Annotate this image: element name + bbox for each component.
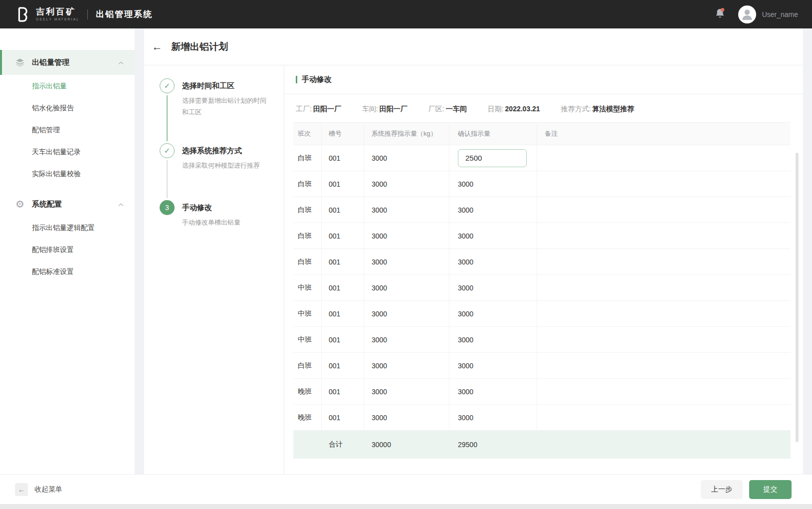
table-row: 白班00130003000 xyxy=(293,249,791,275)
step-2-title: 选择系统推荐方式 xyxy=(182,146,268,156)
detail-panel: 手动修改 工厂:田阳一厂 车间:田阳一厂 厂区:一车间 日期:2022.03.2… xyxy=(284,65,803,474)
total-confirm: 29500 xyxy=(449,431,537,459)
sidebar-item-crane-records[interactable]: 天车出铝量记录 xyxy=(0,141,135,163)
brand-name: 吉利百矿 xyxy=(36,7,79,16)
collapse-menu-button[interactable]: ← xyxy=(15,483,28,496)
step-2-check-icon: ✓ xyxy=(160,143,175,158)
area-value: 一车间 xyxy=(446,105,467,113)
recommend-cell: 3000 xyxy=(364,353,449,379)
main-panel: ← 新增出铝计划 ✓ 选择时间和工区 选择需要新增出铝计划的时间和工区 xyxy=(144,28,803,474)
user-name[interactable]: User_name xyxy=(762,10,798,18)
plan-info-row: 工厂:田阳一厂 车间:田阳一厂 厂区:一车间 日期:2022.03.21 推荐方… xyxy=(284,94,803,121)
confirm-cell: 3000 xyxy=(449,327,537,353)
slot-cell: 001 xyxy=(322,171,364,197)
user-avatar[interactable] xyxy=(738,5,756,23)
date-label: 日期: xyxy=(488,105,504,113)
table-row: 晚班00130003000 xyxy=(293,405,791,431)
col-header-shift: 班次 xyxy=(293,123,322,145)
slot-cell: 001 xyxy=(322,223,364,249)
shift-cell: 白班 xyxy=(293,249,322,275)
sidebar-item-indicated-output[interactable]: 指示出铝量 xyxy=(0,75,135,97)
sidebar-item-standard-settings[interactable]: 配铝标准设置 xyxy=(0,260,135,282)
shift-cell: 中班 xyxy=(293,327,322,353)
recommend-mode-value: 算法模型推荐 xyxy=(593,105,634,113)
table-body: 白班0013000白班00130003000白班00130003000白班001… xyxy=(293,145,791,431)
sidebar-group-label: 出铝量管理 xyxy=(32,58,118,67)
chevron-up-icon xyxy=(118,200,124,209)
slot-cell: 001 xyxy=(322,301,364,327)
slot-cell: 001 xyxy=(322,145,364,171)
date-value: 2022.03.21 xyxy=(505,105,540,113)
recommend-cell: 3000 xyxy=(364,145,449,171)
sidebar-item-assay-report[interactable]: 铝水化验报告 xyxy=(0,97,135,119)
shift-cell: 中班 xyxy=(293,301,322,327)
shift-cell: 白班 xyxy=(293,171,322,197)
brand-text: 吉利百矿 GEELY MATERIAL xyxy=(36,7,79,21)
shift-cell: 白班 xyxy=(293,353,322,379)
slot-cell: 001 xyxy=(322,327,364,353)
recommend-mode-label: 推荐方式: xyxy=(561,105,591,113)
step-1-title: 选择时间和工区 xyxy=(182,81,268,91)
sidebar-item-logic-config[interactable]: 指示出铝量逻辑配置 xyxy=(0,217,135,239)
total-label: 合计 xyxy=(322,431,364,459)
notification-dot xyxy=(721,8,724,11)
confirm-cell: 3000 xyxy=(449,275,537,301)
gear-icon: ⚙ xyxy=(15,199,25,209)
recommend-cell: 3000 xyxy=(364,275,449,301)
table-row: 中班00130003000 xyxy=(293,275,791,301)
slot-cell: 001 xyxy=(322,405,364,431)
confirm-cell: 3000 xyxy=(449,405,537,431)
workshop-value: 田阳一厂 xyxy=(380,105,407,113)
confirm-cell: 3000 xyxy=(449,197,537,223)
note-cell xyxy=(537,145,791,171)
table-scrollbar[interactable] xyxy=(796,153,799,442)
step-2-desc: 选择采取何种模型进行推荐 xyxy=(182,160,268,172)
area-label: 厂区: xyxy=(428,105,444,113)
confirm-input[interactable] xyxy=(458,149,527,167)
sidebar-item-allocation-mgmt[interactable]: 配铝管理 xyxy=(0,119,135,141)
section-title: 手动修改 xyxy=(302,75,332,84)
plan-table: 班次 槽号 系统推荐指示量（kg） 确认指示量 备注 白班0013000白班00… xyxy=(293,122,791,459)
previous-step-button[interactable]: 上一步 xyxy=(701,480,743,499)
shift-cell: 中班 xyxy=(293,275,322,301)
sidebar-item-shift-settings[interactable]: 配铝排班设置 xyxy=(0,239,135,260)
table-row: 中班00130003000 xyxy=(293,301,791,327)
recommend-cell: 3000 xyxy=(364,379,449,405)
note-cell xyxy=(537,405,791,431)
step-3-desc: 手动修改单槽出铝量 xyxy=(182,217,268,229)
confirm-cell: 3000 xyxy=(449,379,537,405)
back-arrow-icon[interactable]: ← xyxy=(151,41,163,53)
notification-bell-icon[interactable] xyxy=(715,7,725,21)
recommend-cell: 3000 xyxy=(364,301,449,327)
total-recommend: 30000 xyxy=(364,431,449,459)
app-root: 吉利百矿 GEELY MATERIAL 出铝管理系统 User_name xyxy=(0,0,812,509)
slot-cell: 001 xyxy=(322,379,364,405)
recommend-cell: 3000 xyxy=(364,249,449,275)
table-row: 白班00130003000 xyxy=(293,171,791,197)
workshop-label: 车间: xyxy=(362,105,378,113)
note-cell xyxy=(537,301,791,327)
recommend-cell: 3000 xyxy=(364,171,449,197)
bottom-strip xyxy=(0,504,812,509)
shift-cell: 白班 xyxy=(293,145,322,171)
table-total-row: 合计 30000 29500 xyxy=(293,431,791,459)
table-row: 白班00130003000 xyxy=(293,353,791,379)
recommend-cell: 3000 xyxy=(364,223,449,249)
submit-button[interactable]: 提交 xyxy=(749,480,792,499)
wizard-stepper: ✓ 选择时间和工区 选择需要新增出铝计划的时间和工区 ✓ 选择系统推荐方式 xyxy=(144,65,284,474)
layers-icon xyxy=(15,57,25,67)
step-connector xyxy=(167,160,168,198)
bottom-bar: ← 收起菜单 上一步 提交 xyxy=(0,474,812,504)
sidebar-group-aluminum-output[interactable]: 出铝量管理 xyxy=(0,50,135,75)
sidebar-group-system-config[interactable]: ⚙ 系统配置 xyxy=(0,192,135,217)
slot-cell: 001 xyxy=(322,197,364,223)
col-header-slot: 槽号 xyxy=(322,123,364,145)
step-1-desc: 选择需要新增出铝计划的时间和工区 xyxy=(182,95,268,118)
step-3-title: 手动修改 xyxy=(182,203,268,213)
note-cell xyxy=(537,197,791,223)
sidebar-item-actual-verification[interactable]: 实际出铝量校验 xyxy=(0,163,135,185)
left-arrow-icon: ← xyxy=(18,486,25,494)
note-cell xyxy=(537,379,791,405)
section-header: 手动修改 xyxy=(284,65,803,94)
step-1-check-icon: ✓ xyxy=(160,78,175,93)
